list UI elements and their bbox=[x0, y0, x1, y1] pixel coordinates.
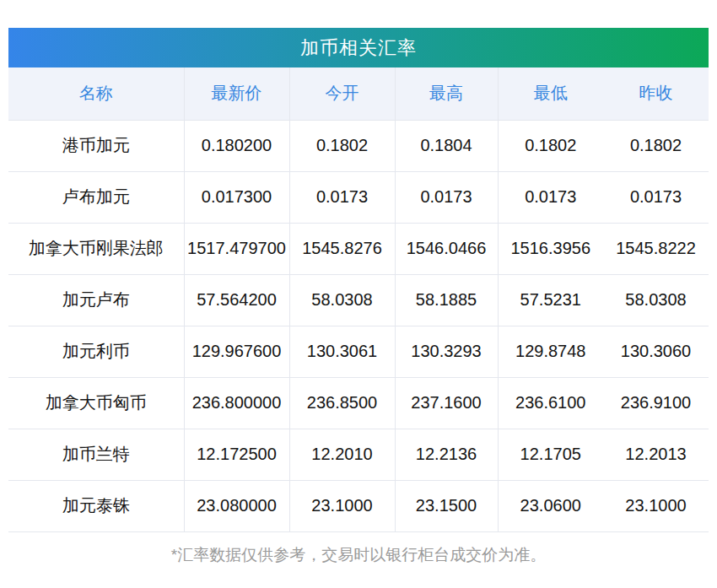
latest-price: 129.967600 bbox=[184, 326, 289, 377]
column-header-open: 今开 bbox=[289, 67, 395, 120]
pair-name: 加币兰特 bbox=[8, 429, 184, 480]
low-price: 23.0600 bbox=[498, 480, 603, 531]
table-row: 加元卢布 57.564200 58.0308 58.1885 57.5231 5… bbox=[8, 274, 709, 326]
panel-title: 加币相关汇率 bbox=[8, 28, 709, 67]
high-price: 0.1804 bbox=[395, 120, 498, 171]
low-price: 129.8748 bbox=[498, 326, 603, 377]
open-price: 12.2010 bbox=[289, 429, 395, 480]
pair-name: 加拿大币刚果法郎 bbox=[8, 223, 184, 274]
pair-name: 卢布加元 bbox=[8, 171, 184, 223]
table-row: 加拿大币匈币 236.800000 236.8500 237.1600 236.… bbox=[8, 377, 709, 429]
column-header-prev-close: 昨收 bbox=[603, 67, 709, 120]
exchange-rate-panel: S 南方财富网 outhmoney.com 加币相关汇率 名称 最新价 今开 最… bbox=[8, 28, 709, 566]
latest-price: 12.172500 bbox=[184, 429, 289, 480]
column-header-latest: 最新价 bbox=[184, 67, 289, 120]
latest-price: 23.080000 bbox=[184, 480, 289, 531]
high-price: 12.2136 bbox=[395, 429, 498, 480]
column-header-low: 最低 bbox=[498, 67, 603, 120]
low-price: 236.6100 bbox=[498, 377, 603, 429]
prev-close-price: 0.0173 bbox=[603, 171, 709, 223]
latest-price: 57.564200 bbox=[184, 274, 289, 326]
prev-close-price: 23.1000 bbox=[603, 480, 709, 531]
open-price: 0.0173 bbox=[289, 171, 395, 223]
pair-name: 加拿大币匈币 bbox=[8, 377, 184, 429]
latest-price: 0.180200 bbox=[184, 120, 289, 171]
low-price: 1516.3956 bbox=[498, 223, 603, 274]
pair-name: 加元利币 bbox=[8, 326, 184, 377]
prev-close-price: 236.9100 bbox=[603, 377, 709, 429]
low-price: 57.5231 bbox=[498, 274, 603, 326]
latest-price: 0.017300 bbox=[184, 171, 289, 223]
open-price: 58.0308 bbox=[289, 274, 395, 326]
pair-name: 加元卢布 bbox=[8, 274, 184, 326]
table-row: 卢布加元 0.017300 0.0173 0.0173 0.0173 0.017… bbox=[8, 171, 709, 223]
prev-close-price: 130.3060 bbox=[603, 326, 709, 377]
high-price: 237.1600 bbox=[395, 377, 498, 429]
open-price: 130.3061 bbox=[289, 326, 395, 377]
low-price: 12.1705 bbox=[498, 429, 603, 480]
exchange-rate-table: 名称 最新价 今开 最高 最低 昨收 港币加元 0.180200 0.1802 … bbox=[8, 67, 709, 532]
pair-name: 加元泰铢 bbox=[8, 480, 184, 531]
table-header-row: 名称 最新价 今开 最高 最低 昨收 bbox=[8, 67, 709, 120]
open-price: 0.1802 bbox=[289, 120, 395, 171]
table-row: 港币加元 0.180200 0.1802 0.1804 0.1802 0.180… bbox=[8, 120, 709, 171]
disclaimer-text: *汇率数据仅供参考，交易时以银行柜台成交价为准。 bbox=[8, 544, 709, 566]
prev-close-price: 1545.8222 bbox=[603, 223, 709, 274]
high-price: 1546.0466 bbox=[395, 223, 498, 274]
table-row: 加币兰特 12.172500 12.2010 12.2136 12.1705 1… bbox=[8, 429, 709, 480]
prev-close-price: 58.0308 bbox=[603, 274, 709, 326]
high-price: 58.1885 bbox=[395, 274, 498, 326]
column-header-high: 最高 bbox=[395, 67, 498, 120]
latest-price: 236.800000 bbox=[184, 377, 289, 429]
pair-name: 港币加元 bbox=[8, 120, 184, 171]
latest-price: 1517.479700 bbox=[184, 223, 289, 274]
open-price: 23.1000 bbox=[289, 480, 395, 531]
prev-close-price: 12.2013 bbox=[603, 429, 709, 480]
prev-close-price: 0.1802 bbox=[603, 120, 709, 171]
high-price: 23.1500 bbox=[395, 480, 498, 531]
open-price: 236.8500 bbox=[289, 377, 395, 429]
open-price: 1545.8276 bbox=[289, 223, 395, 274]
table-row: 加元泰铢 23.080000 23.1000 23.1500 23.0600 2… bbox=[8, 480, 709, 531]
column-header-name: 名称 bbox=[8, 67, 184, 120]
table-row: 加拿大币刚果法郎 1517.479700 1545.8276 1546.0466… bbox=[8, 223, 709, 274]
high-price: 0.0173 bbox=[395, 171, 498, 223]
low-price: 0.0173 bbox=[498, 171, 603, 223]
high-price: 130.3293 bbox=[395, 326, 498, 377]
table-row: 加元利币 129.967600 130.3061 130.3293 129.87… bbox=[8, 326, 709, 377]
low-price: 0.1802 bbox=[498, 120, 603, 171]
